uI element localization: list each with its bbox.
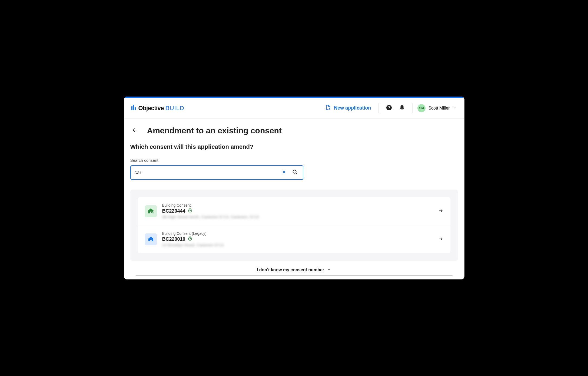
result-body: Building Consent (Legacy) BC220010 14 Br… [162, 231, 433, 247]
result-item[interactable]: Building Consent (Legacy) BC220010 14 Br… [138, 225, 450, 253]
search-icon [292, 169, 298, 176]
house-check-icon [147, 207, 154, 215]
result-arrow [438, 236, 443, 243]
unknown-consent-label: I don't know my consent number [257, 268, 324, 272]
verified-icon [188, 208, 192, 214]
divider [378, 103, 379, 113]
result-arrow [438, 208, 443, 215]
avatar: SM [417, 104, 426, 112]
help-button[interactable]: ? [384, 103, 394, 113]
result-type: Building Consent (Legacy) [162, 231, 433, 236]
house-icon [148, 236, 154, 243]
arrow-left-icon [132, 129, 138, 134]
result-icon-wrap [145, 205, 157, 217]
header: Objective BUILD New application ? [124, 98, 464, 118]
brand-logo[interactable]: Objective BUILD [131, 105, 184, 112]
result-code: BC220444 [162, 208, 185, 214]
result-address: 38 High Street North, Carterton 5713, Ca… [162, 215, 433, 219]
result-icon-wrap [145, 233, 157, 245]
page-title: Amendment to an existing consent [147, 126, 282, 135]
divider [412, 103, 413, 113]
close-icon [282, 170, 287, 176]
main-content: Amendment to an existing consent Which c… [124, 118, 464, 276]
page-subtitle: Which consent will this application amen… [130, 143, 458, 150]
search-button[interactable] [290, 167, 300, 178]
footer-divider [136, 275, 453, 276]
back-button[interactable] [130, 126, 139, 136]
search-field-wrapper [130, 165, 303, 180]
new-document-icon [325, 104, 331, 112]
new-application-label: New application [334, 105, 371, 111]
brand-word-2: BUILD [165, 105, 184, 112]
verified-icon [188, 236, 192, 242]
arrow-right-icon [438, 210, 443, 214]
results-panel: Building Consent BC220444 38 High Street… [130, 190, 458, 261]
notifications-button[interactable] [397, 103, 407, 113]
search-input[interactable] [135, 170, 280, 176]
user-menu[interactable]: SM Scott Miller [416, 103, 457, 114]
results-card: Building Consent BC220444 38 High Street… [138, 197, 450, 253]
search-label: Search consent [130, 158, 458, 163]
unknown-consent-link[interactable]: I don't know my consent number [130, 261, 458, 275]
result-type: Building Consent [162, 203, 433, 207]
brand-word-1: Objective [138, 105, 164, 112]
caret-down-icon [453, 106, 456, 111]
result-body: Building Consent BC220444 38 High Street… [162, 203, 433, 219]
svg-text:?: ? [388, 105, 390, 110]
logo-bars-icon [131, 105, 136, 110]
result-address: 14 Brooklyn Road, Carterton 5713 [162, 243, 433, 247]
svg-point-2 [293, 170, 296, 173]
new-application-button[interactable]: New application [321, 102, 375, 114]
result-item[interactable]: Building Consent BC220444 38 High Street… [138, 197, 450, 225]
clear-search-button[interactable] [280, 168, 288, 177]
chevron-down-icon [327, 267, 331, 273]
help-icon: ? [386, 104, 392, 112]
bell-icon [399, 105, 405, 112]
user-name: Scott Miller [428, 106, 450, 111]
arrow-right-icon [438, 238, 443, 242]
app-window: Objective BUILD New application ? [124, 97, 464, 279]
result-code: BC220010 [162, 236, 185, 242]
